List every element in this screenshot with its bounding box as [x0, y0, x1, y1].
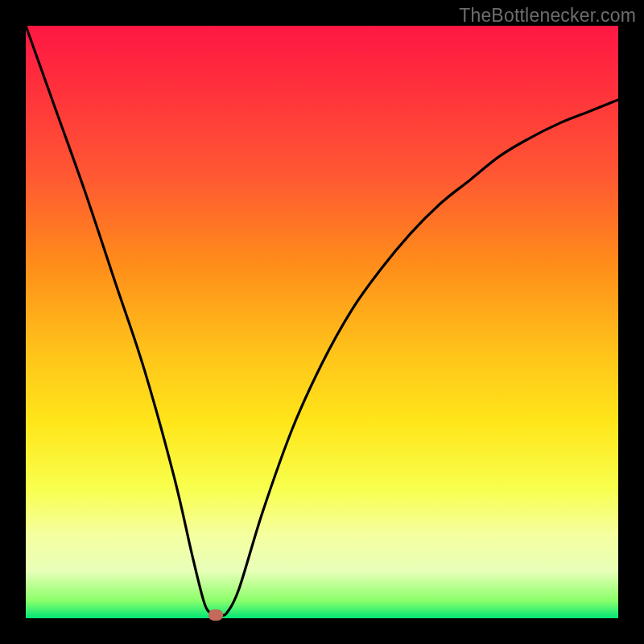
curve-svg — [26, 26, 618, 618]
chart-frame: TheBottlenecker.com — [0, 0, 644, 644]
bottleneck-curve — [26, 26, 618, 616]
plot-area — [26, 26, 618, 618]
watermark-text: TheBottlenecker.com — [459, 5, 636, 27]
optimum-marker — [208, 609, 223, 621]
